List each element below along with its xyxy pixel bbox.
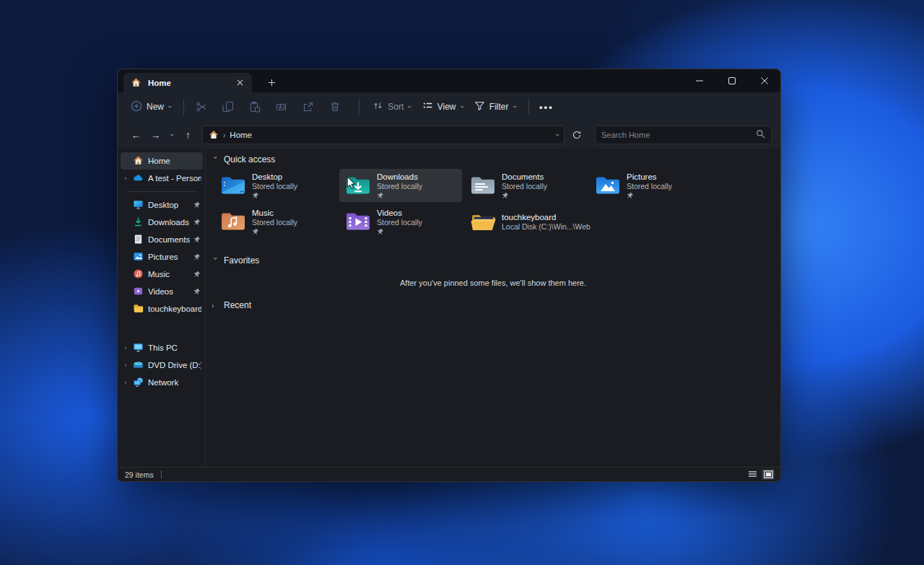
pin-icon (502, 192, 547, 200)
pin-icon (252, 228, 297, 236)
desktop-folder-icon (220, 175, 246, 196)
tile-downloads[interactable]: Downloads Stored locally (339, 169, 462, 202)
pictures-icon (133, 251, 144, 263)
documents-folder-icon (470, 175, 496, 196)
tab-home[interactable]: Home (123, 73, 252, 92)
large-thumbnails-view-icon[interactable] (762, 469, 775, 480)
status-divider (161, 470, 162, 478)
pin-icon (193, 271, 201, 278)
documents-icon (133, 234, 144, 245)
section-chevron-icon[interactable]: › (212, 302, 219, 310)
mouse-cursor (346, 176, 356, 193)
favorites-empty-message: After you've pinned some files, we'll sh… (206, 279, 780, 287)
filter-icon (474, 100, 485, 113)
onedrive-icon (133, 172, 144, 184)
sort-icon (372, 100, 383, 113)
titlebar[interactable]: Home (118, 69, 780, 92)
chevron-down-icon: › (166, 105, 173, 108)
dvd-drive-icon (133, 359, 144, 371)
chevron-down-icon: › (510, 105, 518, 108)
section-favorites-label: Favorites (224, 255, 259, 266)
share-button[interactable] (298, 96, 318, 118)
rename-button[interactable] (271, 96, 292, 118)
delete-button[interactable] (325, 96, 345, 118)
copy-button[interactable] (218, 96, 238, 118)
tile-desktop[interactable]: Desktop Stored locally (214, 169, 337, 202)
minimize-icon[interactable] (683, 69, 715, 92)
tile-text: Videos Stored locally (377, 208, 422, 236)
back-icon[interactable]: ← (126, 126, 146, 145)
tile-text: Pictures Stored locally (627, 172, 672, 200)
sidebar-group-gap (121, 317, 203, 339)
address-dropdown-chevron-icon[interactable]: › (553, 133, 560, 136)
tab-title: Home (148, 79, 227, 87)
section-recent-label: Recent (224, 300, 251, 310)
content-pane: › Quick access Desktop Stored locally (206, 149, 780, 467)
folder-icon (133, 303, 144, 315)
section-favorites[interactable]: › Favorites (212, 253, 780, 268)
section-quick-access[interactable]: › Quick access (212, 152, 780, 167)
sidebar-item-network[interactable]: › Network (121, 374, 203, 391)
forward-icon[interactable]: → (146, 126, 165, 145)
details-view-icon[interactable] (746, 469, 759, 480)
tile-documents[interactable]: Documents Stored locally (464, 169, 587, 202)
sort-button-label: Sort (388, 102, 404, 112)
more-ellipsis-icon[interactable]: ••• (536, 96, 557, 118)
section-recent[interactable]: › Recent (212, 297, 780, 313)
up-icon[interactable]: ↑ (178, 126, 198, 145)
filter-button[interactable]: Filter › (468, 96, 521, 118)
refresh-icon[interactable] (567, 126, 586, 144)
recent-locations-chevron-icon[interactable]: › (165, 126, 178, 145)
sidebar-item-pictures[interactable]: Pictures (121, 248, 203, 266)
open-folder-icon (470, 211, 496, 232)
command-toolbar: New › (118, 92, 780, 121)
maximize-icon[interactable] (715, 69, 748, 92)
section-chevron-icon[interactable]: › (212, 156, 219, 163)
sidebar-item-documents[interactable]: Documents (121, 231, 203, 248)
sidebar-item-desktop[interactable]: Desktop (121, 196, 203, 214)
paste-button[interactable] (245, 96, 265, 118)
address-bar-row: ← → › ↑ › Home › (118, 121, 780, 149)
sidebar-item-videos[interactable]: Videos (121, 283, 203, 300)
tab-close-icon[interactable] (233, 76, 246, 89)
tile-touchkeyboard[interactable]: touchkeyboard Local Disk (C:)\Win...\Web (464, 205, 587, 238)
home-icon (209, 130, 219, 140)
address-breadcrumb-bar[interactable]: › Home › (202, 126, 565, 144)
tile-pictures[interactable]: Pictures Stored locally (589, 169, 712, 202)
downloads-icon (133, 216, 144, 228)
search-input[interactable] (601, 131, 756, 139)
new-tab-button[interactable] (262, 73, 281, 92)
breadcrumb-home[interactable]: Home (230, 131, 252, 139)
tile-text: Downloads Stored locally (377, 172, 422, 200)
sidebar-item-dvd-drive[interactable]: › DVD Drive (D:) CCC (121, 356, 203, 374)
tile-text: touchkeyboard Local Disk (C:)\Win...\Web (502, 212, 590, 232)
tile-music[interactable]: Music Stored locally (214, 205, 337, 238)
expand-chevron-icon[interactable]: › (122, 344, 129, 351)
chevron-down-icon: › (458, 105, 465, 108)
expand-chevron-icon[interactable]: › (122, 379, 129, 386)
sidebar-item-touchkeyboard[interactable]: touchkeyboard (121, 300, 203, 317)
search-box[interactable] (595, 126, 772, 144)
view-button[interactable]: View › (417, 96, 468, 118)
expand-chevron-icon[interactable]: › (122, 362, 129, 369)
navigation-pane: Home › A test - Personal Desktop (118, 149, 206, 467)
sidebar-item-music[interactable]: Music (121, 266, 203, 283)
tile-text: Documents Stored locally (502, 172, 547, 200)
network-icon (133, 377, 144, 388)
chevron-down-icon: › (406, 105, 413, 108)
filter-button-label: Filter (489, 102, 509, 112)
sidebar-item-home[interactable]: Home (121, 152, 203, 170)
section-chevron-icon[interactable]: › (212, 257, 219, 264)
expand-chevron-icon[interactable]: › (122, 175, 129, 182)
sidebar-item-this-pc[interactable]: › This PC (121, 339, 203, 356)
tile-text: Desktop Stored locally (252, 172, 297, 200)
sidebar-item-downloads[interactable]: Downloads (121, 214, 203, 231)
pin-icon (193, 236, 201, 243)
tile-videos[interactable]: Videos Stored locally (339, 205, 462, 238)
cut-button[interactable] (191, 96, 212, 118)
pin-icon (377, 192, 422, 200)
new-button[interactable]: New › (125, 96, 176, 118)
sidebar-item-onedrive[interactable]: › A test - Personal (121, 170, 203, 187)
close-icon[interactable] (748, 69, 780, 92)
sort-button[interactable]: Sort › (367, 96, 416, 118)
